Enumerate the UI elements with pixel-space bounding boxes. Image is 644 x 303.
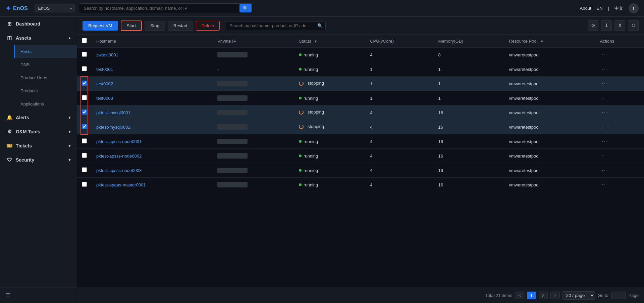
actions-menu-button[interactable]: ···	[600, 152, 610, 160]
memory-cell: 16	[434, 120, 504, 134]
global-search-button[interactable]: 🔍	[239, 4, 252, 12]
resource-pool-filter-icon[interactable]: ▼	[540, 39, 544, 43]
hostname-column-header: Hostname	[92, 35, 213, 48]
hostname-link[interactable]: pktest-mysql0001	[96, 110, 130, 115]
sidebar-item-security[interactable]: 🛡 Security ▼	[0, 153, 77, 167]
refresh-icon-button[interactable]: ↻	[628, 20, 639, 31]
hostname-link[interactable]: pktest-apsss-node0002	[96, 154, 142, 159]
start-button[interactable]: Start	[121, 20, 142, 31]
row-checkbox[interactable]	[82, 66, 87, 71]
memory-cell: 16	[434, 134, 504, 149]
lang-zh[interactable]: 中文	[614, 5, 623, 11]
page-2-button[interactable]: 2	[539, 292, 548, 299]
download-icon-button[interactable]: ⬇	[601, 20, 612, 31]
prev-page-button[interactable]: <	[515, 292, 524, 299]
row-checkbox[interactable]	[82, 182, 87, 187]
global-search-bar[interactable]: 🔍	[79, 3, 253, 13]
sidebar-item-tickets[interactable]: 🎫 Tickets ▼	[0, 139, 77, 153]
delete-button[interactable]: Delete	[196, 21, 220, 31]
page-1-button[interactable]: 1	[527, 292, 536, 299]
alerts-icon: 🔔	[6, 115, 12, 121]
actions-menu-button[interactable]: ···	[600, 167, 610, 174]
sidebar-item-assets[interactable]: ◫ Assets ▲	[0, 31, 77, 45]
settings-icon-button[interactable]: ⚙	[588, 20, 598, 31]
request-vm-button[interactable]: Request VM	[83, 21, 118, 31]
row-checkbox[interactable]	[82, 124, 87, 129]
row-checkbox[interactable]	[82, 110, 87, 115]
per-page-select[interactable]: 20 / page 50 / page 100 / page	[562, 291, 595, 300]
row-checkbox[interactable]	[82, 81, 87, 86]
hostname-link[interactable]: zwtest0001	[96, 52, 118, 57]
env-select[interactable]: EnOS	[35, 4, 75, 12]
running-dot	[299, 183, 302, 186]
stop-button[interactable]: Stop	[145, 21, 165, 31]
global-search-input[interactable]	[83, 4, 239, 13]
sidebar-item-hosts[interactable]: Hosts	[14, 45, 77, 58]
sidebar-item-product-lines[interactable]: Product Lines	[14, 71, 77, 84]
actions-menu-button[interactable]: ···	[600, 181, 610, 188]
actions-cell[interactable]: ···	[595, 77, 644, 91]
hostname-link[interactable]: test0002	[96, 81, 113, 86]
actions-menu-button[interactable]: ···	[600, 51, 610, 58]
actions-cell[interactable]: ···	[595, 105, 644, 120]
actions-cell[interactable]: ···	[595, 134, 644, 149]
pagination-bar: Total 21 items < 1 2 > 20 / page 50 / pa…	[77, 288, 644, 303]
actions-menu-button[interactable]: ···	[600, 138, 610, 145]
status-filter-icon[interactable]: ▼	[314, 39, 317, 43]
running-status: running	[299, 139, 318, 144]
running-status: running	[299, 154, 318, 159]
actions-menu-button[interactable]: ···	[600, 66, 610, 73]
memory-cell: 16	[434, 105, 504, 120]
sidebar: ⊞ Dashboard ◫ Assets ▲ Hosts DNS Product…	[0, 17, 77, 303]
row-checkbox[interactable]	[82, 138, 87, 143]
table-row: pktest-apsss-node0003 running416vmwarete…	[77, 163, 644, 178]
sidebar-item-dashboard[interactable]: ⊞ Dashboard	[0, 17, 77, 31]
row-checkbox[interactable]	[82, 95, 87, 100]
row-checkbox[interactable]	[82, 167, 87, 172]
hostname-link[interactable]: test0003	[96, 96, 113, 101]
actions-menu-button[interactable]: ···	[600, 80, 610, 87]
row-checkbox[interactable]	[82, 153, 87, 158]
user-avatar[interactable]: t	[629, 3, 639, 13]
sidebar-om-tools-label: O&M Tools	[16, 129, 40, 134]
actions-menu-button[interactable]: ···	[600, 109, 610, 116]
hostname-link[interactable]: pktest-mysql0002	[96, 125, 130, 130]
hostname-link[interactable]: test0001	[96, 67, 113, 72]
actions-menu-button[interactable]: ···	[600, 94, 610, 102]
restart-button[interactable]: Restart	[168, 21, 193, 31]
about-link[interactable]: About	[580, 6, 591, 11]
select-all-header[interactable]	[77, 35, 92, 48]
env-selector-wrapper[interactable]: EnOS	[35, 4, 75, 12]
actions-cell[interactable]: ···	[595, 178, 644, 192]
private-ip-cell	[213, 91, 294, 105]
lang-en[interactable]: EN	[597, 6, 603, 11]
memory-cell: 1	[434, 91, 504, 105]
sidebar-item-alerts[interactable]: 🔔 Alerts ▼	[0, 111, 77, 125]
actions-menu-button[interactable]: ···	[600, 123, 610, 131]
hostname-link[interactable]: pktest-apaas-master0001	[96, 182, 146, 187]
sidebar-item-dns[interactable]: DNS	[14, 58, 77, 71]
menu-icon[interactable]: ☰	[5, 292, 11, 299]
row-checkbox[interactable]	[82, 52, 87, 57]
table-search-input[interactable]	[228, 21, 315, 30]
table-row: test0003 running11vmwaretestpool···	[77, 91, 644, 105]
sidebar-item-products[interactable]: Products	[14, 84, 77, 97]
hostname-link[interactable]: pktest-apsss-node0001	[96, 139, 142, 144]
hostname-link[interactable]: pktest-apsss-node0003	[96, 168, 142, 173]
goto-page-input[interactable]	[611, 292, 626, 299]
assets-chevron-up-icon: ▲	[68, 36, 71, 40]
actions-cell[interactable]: ···	[595, 120, 644, 134]
sidebar-item-om-tools[interactable]: ⚙ O&M Tools ▼	[0, 125, 77, 139]
sidebar-item-applications[interactable]: Applications	[14, 97, 77, 111]
hosts-table: Hostname Private IP Status ▼ CPU(vCore)	[77, 35, 644, 192]
actions-cell[interactable]: ···	[595, 149, 644, 163]
actions-cell[interactable]: ···	[595, 163, 644, 178]
next-page-button[interactable]: >	[550, 292, 560, 299]
select-all-checkbox[interactable]	[82, 38, 87, 43]
table-search-bar[interactable]: 🔍	[225, 21, 326, 30]
upload-icon-button[interactable]: ⬆	[614, 20, 625, 31]
actions-cell[interactable]: ···	[595, 91, 644, 105]
actions-cell[interactable]: ···	[595, 62, 644, 77]
user-initial: t	[633, 6, 634, 11]
actions-cell[interactable]: ···	[595, 48, 644, 62]
